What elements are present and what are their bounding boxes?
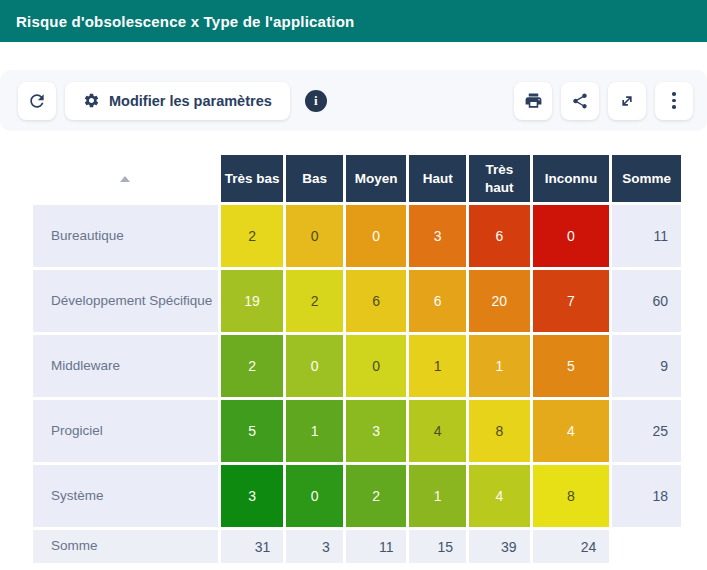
heat-cell: 3 — [221, 465, 284, 527]
edit-parameters-button[interactable]: Modifier les paramètres — [65, 82, 290, 120]
refresh-button[interactable] — [18, 82, 56, 120]
heat-cell: 5 — [533, 335, 610, 397]
heat-cell: 0 — [533, 205, 610, 267]
row-sum-cell: 18 — [612, 465, 681, 527]
kebab-menu-icon — [672, 92, 676, 109]
toolbar: Modifier les paramètres i — [0, 70, 707, 131]
heat-cell: 2 — [346, 465, 407, 527]
printer-icon — [524, 91, 543, 110]
heat-cell: 5 — [221, 400, 284, 462]
heat-cell: 1 — [469, 335, 530, 397]
table-row: Bureautique20036011 — [33, 205, 681, 267]
sum-row: Somme31311153924 — [33, 530, 681, 563]
print-button[interactable] — [514, 82, 552, 120]
heat-cell: 0 — [286, 335, 343, 397]
gear-icon — [83, 92, 100, 109]
row-sum-cell: 60 — [612, 270, 681, 332]
heat-cell: 1 — [286, 400, 343, 462]
obsolescence-matrix-table: Très basBasMoyenHautTrès hautInconnuSomm… — [30, 152, 684, 566]
column-sum-cell: 11 — [346, 530, 407, 563]
row-label: Développement Spécifique — [33, 270, 218, 332]
heat-cell: 2 — [221, 335, 284, 397]
column-header-bas[interactable]: Bas — [286, 155, 343, 202]
column-sum-cell: 39 — [469, 530, 530, 563]
heat-cell: 20 — [469, 270, 530, 332]
info-icon[interactable]: i — [305, 90, 327, 112]
heat-cell: 4 — [469, 465, 530, 527]
row-label: Progiciel — [33, 400, 218, 462]
heat-cell: 6 — [409, 270, 466, 332]
sort-ascending-icon — [120, 176, 130, 182]
table-row: Progiciel51348425 — [33, 400, 681, 462]
column-header-très-haut[interactable]: Très haut — [469, 155, 530, 202]
heat-cell: 1 — [409, 335, 466, 397]
column-sum-cell: 15 — [409, 530, 466, 563]
heat-cell: 1 — [409, 465, 466, 527]
heat-cell: 7 — [533, 270, 610, 332]
column-header-moyen[interactable]: Moyen — [346, 155, 407, 202]
row-label: Bureautique — [33, 205, 218, 267]
row-sum-cell: 11 — [612, 205, 681, 267]
grand-total-cell-empty — [612, 530, 681, 563]
heat-cell: 3 — [409, 205, 466, 267]
refresh-icon — [27, 91, 47, 111]
heat-cell: 0 — [346, 335, 407, 397]
row-label: Système — [33, 465, 218, 527]
heat-cell: 2 — [221, 205, 284, 267]
column-sum-cell: 3 — [286, 530, 343, 563]
share-button[interactable] — [561, 82, 599, 120]
heat-cell: 4 — [533, 400, 610, 462]
fullscreen-button[interactable] — [608, 82, 646, 120]
heat-cell: 3 — [346, 400, 407, 462]
heat-cell: 6 — [469, 205, 530, 267]
table-row: Middleware2001159 — [33, 335, 681, 397]
heat-cell: 2 — [286, 270, 343, 332]
heat-cell: 8 — [533, 465, 610, 527]
column-header-très-bas[interactable]: Très bas — [221, 155, 284, 202]
more-options-button[interactable] — [655, 82, 693, 120]
table-row: Système30214818 — [33, 465, 681, 527]
toolbar-left-group: Modifier les paramètres i — [18, 82, 327, 120]
heat-cell: 0 — [286, 205, 343, 267]
share-icon — [571, 92, 589, 110]
heat-cell: 0 — [346, 205, 407, 267]
heat-cell: 19 — [221, 270, 284, 332]
heat-cell: 0 — [286, 465, 343, 527]
heat-cell: 8 — [469, 400, 530, 462]
row-label: Middleware — [33, 335, 218, 397]
toolbar-right-group — [514, 82, 693, 120]
row-sum-cell: 9 — [612, 335, 681, 397]
column-header-haut[interactable]: Haut — [409, 155, 466, 202]
column-header-somme[interactable]: Somme — [612, 155, 681, 202]
row-sum-cell: 25 — [612, 400, 681, 462]
heat-cell: 6 — [346, 270, 407, 332]
table-row: Développement Spécifique1926620760 — [33, 270, 681, 332]
expand-icon — [618, 92, 636, 110]
title-bar: Risque d'obsolescence x Type de l'applic… — [0, 0, 707, 42]
heat-cell: 4 — [409, 400, 466, 462]
edit-parameters-label: Modifier les paramètres — [109, 93, 272, 109]
page-title: Risque d'obsolescence x Type de l'applic… — [16, 13, 354, 30]
column-header-inconnu[interactable]: Inconnu — [533, 155, 610, 202]
column-sum-cell: 24 — [533, 530, 610, 563]
sum-row-label: Somme — [33, 530, 218, 563]
sort-row-labels-header[interactable] — [33, 155, 218, 202]
column-sum-cell: 31 — [221, 530, 284, 563]
